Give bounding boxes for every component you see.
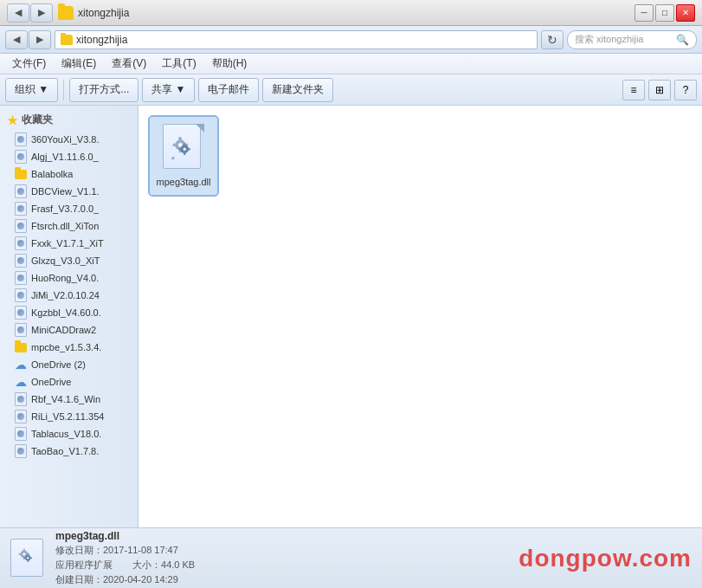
status-gear-icon (16, 546, 35, 570)
dll-icon (14, 307, 28, 319)
refresh-button[interactable]: ↻ (541, 30, 564, 49)
sidebar-item-11[interactable]: MiniCADDraw2 (0, 321, 138, 339)
window-controls: ─ □ ✕ (634, 4, 695, 22)
svg-point-15 (23, 552, 26, 555)
sidebar-item-label: mpcbe_v1.5.3.4. (31, 342, 101, 352)
forward-button[interactable]: ▶ (30, 3, 53, 23)
organize-button[interactable]: 组织 ▼ (5, 78, 58, 102)
sidebar-item-8[interactable]: HuoRong_V4.0. (0, 269, 138, 287)
sidebar-item-7[interactable]: Glxzq_V3.0_XiT (0, 252, 138, 269)
folder-icon (14, 168, 28, 180)
svg-rect-11 (184, 152, 185, 155)
sidebar-item-label: HuoRong_V4.0. (31, 273, 99, 283)
sidebar-item-10[interactable]: Kgzbbl_V4.60.0. (0, 304, 138, 321)
watermark: dongpow.com (518, 545, 692, 572)
sidebar-item-16[interactable]: RiLi_V5.2.11.354 (0, 408, 138, 425)
favorites-header[interactable]: ★ 收藏夹 (0, 109, 138, 131)
status-filename: mpeg3tag.dll (55, 530, 508, 542)
sidebar-item-label: JiMi_V2.0.10.24 (31, 290, 100, 300)
sidebar-item-label: DBCView_V1.1. (31, 186, 100, 197)
sidebar-item-18[interactable]: TaoBao_V1.7.8. (0, 443, 138, 460)
sidebar-item-label: Fxxk_V1.7.1_XiT (31, 238, 104, 249)
dll-icon (14, 237, 28, 249)
open-with-button[interactable]: 打开方式... (69, 78, 138, 102)
sidebar-item-5[interactable]: Ftsrch.dll_XiTon (0, 217, 138, 235)
status-modify: 修改日期：2017-11-08 17:47 (55, 544, 508, 557)
sidebar-item-label: Kgzbbl_V4.60.0. (31, 307, 101, 318)
dll-icon (14, 428, 28, 440)
sidebar-item-17[interactable]: Tablacus_V18.0. (0, 425, 138, 443)
sidebar-item-label: Glxzq_V3.0_XiT (31, 255, 100, 266)
new-folder-button[interactable]: 新建文件夹 (262, 78, 333, 102)
maximize-button[interactable]: □ (655, 4, 674, 22)
svg-rect-4 (173, 144, 177, 146)
sidebar-item-0[interactable]: 360YouXi_V3.8. (0, 131, 138, 148)
dll-icon (14, 272, 28, 284)
svg-point-9 (183, 147, 186, 151)
menu-file[interactable]: 文件(F) (5, 55, 53, 73)
sidebar-item-2[interactable]: Balabolka (0, 165, 138, 183)
size-label: 大小： (132, 559, 161, 570)
svg-rect-24 (24, 557, 26, 559)
dll-icon (14, 255, 28, 267)
sidebar-item-label: MiniCADDraw2 (31, 325, 96, 335)
sidebar-item-15[interactable]: Rbf_V4.1.6_Win (0, 391, 138, 408)
address-input[interactable]: xitongzhijia (55, 30, 538, 49)
sidebar-item-9[interactable]: JiMi_V2.0.10.24 (0, 287, 138, 304)
minimize-button[interactable]: ─ (634, 4, 654, 22)
sidebar-item-label: 360YouXi_V3.8. (31, 134, 100, 145)
address-back-button[interactable]: ◀ (5, 30, 28, 49)
sidebar-item-14[interactable]: ☁OneDrive (0, 373, 138, 391)
sidebar-item-label: OneDrive (2) (31, 359, 86, 370)
search-box[interactable]: 搜索 xitongzhijia 🔍 (567, 30, 697, 49)
created-date: 2020-04-20 14:29 (103, 574, 178, 585)
help-button[interactable]: ? (674, 80, 697, 100)
view-list-button[interactable]: ≡ (622, 80, 645, 100)
sidebar-items-container: 360YouXi_V3.8.Algj_V1.11.6.0_BalabolkaDB… (0, 131, 138, 460)
sidebar-item-13[interactable]: ☁OneDrive (2) (0, 356, 138, 373)
file-label: mpeg3tag.dll (157, 176, 211, 188)
menu-tools[interactable]: 工具(T) (155, 55, 203, 73)
sidebar-item-label: TaoBao_V1.7.8. (31, 446, 99, 456)
sidebar-item-label: OneDrive (31, 377, 71, 387)
address-forward-button[interactable]: ▶ (29, 30, 51, 49)
dll-icon (14, 185, 28, 197)
file-item[interactable]: mpeg3tag.dll (149, 116, 218, 196)
sidebar-item-4[interactable]: Frasf_V3.7.0.0_ (0, 200, 138, 217)
sidebar-item-1[interactable]: Algj_V1.11.6.0_ (0, 148, 138, 165)
svg-rect-22 (27, 553, 29, 555)
share-button[interactable]: 共享 ▼ (142, 78, 195, 102)
search-placeholder: 搜索 xitongzhijia (575, 33, 673, 46)
menu-edit[interactable]: 编辑(E) (55, 55, 103, 73)
status-bar: mpeg3tag.dll 修改日期：2017-11-08 17:47 应用程序扩… (0, 527, 702, 588)
sidebar-item-12[interactable]: mpcbe_v1.5.3.4. (0, 339, 138, 356)
main-area: ★ 收藏夹 360YouXi_V3.8.Algj_V1.11.6.0_Balab… (0, 106, 702, 527)
gear-svg-icon (168, 132, 196, 160)
sidebar-item-label: Frasf_V3.7.0.0_ (31, 204, 99, 214)
sidebar-item-label: Algj_V1.11.6.0_ (31, 152, 99, 162)
back-button[interactable]: ◀ (7, 3, 29, 23)
menu-view[interactable]: 查看(V) (105, 55, 153, 73)
status-info: mpeg3tag.dll 修改日期：2017-11-08 17:47 应用程序扩… (55, 530, 508, 586)
sidebar-item-6[interactable]: Fxxk_V1.7.1_XiT (0, 235, 138, 252)
svg-rect-13 (188, 148, 190, 150)
view-grid-button[interactable]: ⊞ (648, 80, 671, 100)
sidebar-item-label: Ftsrch.dll_XiTon (31, 221, 99, 231)
search-icon[interactable]: 🔍 (676, 34, 689, 46)
size-value: 44.0 KB (161, 559, 195, 570)
sidebar-item-3[interactable]: DBCView_V1.1. (0, 183, 138, 200)
status-type-size: 应用程序扩展 大小：44.0 KB (55, 559, 508, 572)
sidebar-item-label: RiLi_V5.2.11.354 (31, 411, 104, 422)
title-bar-left: ◀ ▶ xitongzhijia (7, 3, 129, 23)
svg-rect-12 (178, 148, 181, 150)
menu-help[interactable]: 帮助(H) (205, 55, 254, 73)
close-button[interactable]: ✕ (676, 4, 695, 22)
email-button[interactable]: 电子邮件 (198, 78, 259, 102)
folder-icon (14, 341, 28, 353)
svg-rect-25 (30, 557, 32, 559)
status-file-icon (10, 539, 45, 578)
svg-point-21 (27, 556, 29, 559)
dll-icon (14, 203, 28, 215)
sidebar-item-label: Balabolka (31, 169, 73, 179)
dll-icon (14, 324, 28, 336)
